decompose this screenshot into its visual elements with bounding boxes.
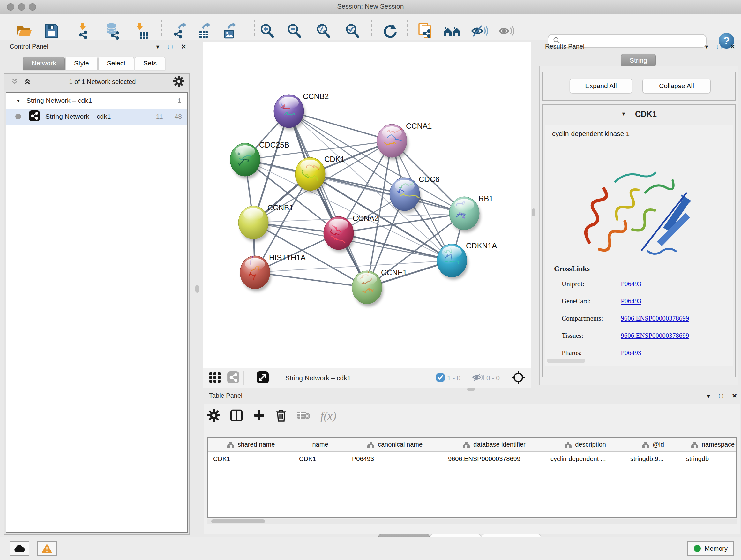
node-CCNB1[interactable]: CCNB1 [239,203,293,242]
table-row[interactable]: CDK1CDK1P064939606.ENSP00000378699cyclin… [208,452,736,466]
panel-close-icon[interactable]: ✕ [181,44,186,50]
show-all-button[interactable] [497,22,515,41]
export-network-button[interactable] [172,22,189,41]
panel-menu-icon[interactable]: ▾ [156,44,159,50]
title-bar: Session: New Session [0,0,741,14]
network-row[interactable]: String Network – cdk1 11 48 [6,109,187,125]
export-network-icon [172,22,189,41]
entry-expander-icon[interactable]: ▼ [621,111,626,117]
crosslink-value-link[interactable]: 9606.ENSP00000378699 [621,314,689,322]
refresh-icon [382,23,399,41]
tab-string[interactable]: String [621,54,656,67]
zoom-out-button[interactable] [285,22,303,41]
zoom-fit-button[interactable] [314,22,332,41]
left-splitter-handle[interactable] [195,285,199,293]
panel-menu-icon[interactable]: ▾ [707,393,710,399]
network-options-gear-icon[interactable] [173,76,184,88]
export-image-button[interactable] [221,22,239,41]
column-header-sharedname[interactable]: shared name [208,438,294,451]
export-image-icon [221,22,239,41]
gear-button[interactable] [207,409,220,423]
node-CDKN1A[interactable]: CDKN1A [437,241,497,280]
network-canvas[interactable]: CCNB2 CCNA1 CDC25B CDK1 CDC6 [203,42,531,368]
split-columns-button[interactable] [230,409,243,423]
detach-view-icon[interactable] [256,371,269,385]
first-neighbors-button[interactable] [443,22,461,41]
right-splitter-handle[interactable] [532,208,536,216]
node-label-HIST1H1A: HIST1H1A [269,253,306,262]
hide-selected-button[interactable] [471,22,488,41]
node-CDC25B[interactable]: CDC25B [230,140,289,179]
network-collection-row[interactable]: ▼ String Network – cdk1 1 [6,92,187,109]
export-table-button[interactable] [195,22,213,41]
edge-HIST1H1A-CCNE1[interactable] [255,272,367,287]
cloud-button[interactable] [10,542,29,556]
crosslink-value-link[interactable]: P06493 [621,297,641,305]
toolbar-separator [161,17,162,37]
fit-center-icon[interactable] [511,370,526,386]
add-column-button[interactable] [253,409,266,423]
save-session-button[interactable] [42,22,60,41]
node-label-RB1: RB1 [478,194,493,203]
import-network-database-button[interactable] [105,22,122,41]
tab-sets[interactable]: Sets [135,57,165,70]
selected-checkbox-icon[interactable] [435,373,445,383]
crosslink-value-link[interactable]: 9606.ENSP00000378699 [621,332,689,339]
column-header-canonicalname[interactable]: canonical name [347,438,443,451]
grid-view-icon[interactable] [208,371,222,385]
zoom-in-button[interactable] [258,22,276,41]
tab-select[interactable]: Select [98,57,134,70]
crosslink-value-link[interactable]: P06493 [621,280,641,288]
panel-float-icon[interactable]: ▢ [718,393,724,399]
table-panel-title: Table Panel [209,392,243,399]
node-CCNA1[interactable]: CCNA1 [377,122,432,160]
control-panel-title: Control Panel [10,43,48,50]
column-label: @id [653,441,664,448]
panel-float-icon[interactable]: ▢ [717,44,722,50]
crosslink-value-link[interactable]: P06493 [621,349,641,357]
table-hscrollbar-thumb[interactable] [211,519,265,523]
results-scrollbar-thumb[interactable] [547,359,585,363]
warning-button[interactable] [37,542,57,556]
open-session-button[interactable] [15,22,33,41]
function-builder-button[interactable]: f(x) [320,409,336,423]
collection-expander-icon[interactable]: ▼ [16,98,21,104]
birds-eye-view-icon[interactable] [227,371,240,385]
node-CCNE1[interactable]: CCNE1 [352,268,407,307]
node-HIST1H1A[interactable]: HIST1H1A [240,253,306,292]
import-network-file-button[interactable] [75,22,93,41]
control-panel: Control Panel ▾ ▢ ✕ NetworkStyleSelectSe… [4,42,190,535]
node-CDK1[interactable]: CDK1 [295,155,345,193]
zoom-selected-button[interactable] [343,22,361,41]
tab-style[interactable]: Style [65,57,98,70]
expand-all-networks-icon[interactable] [23,77,31,87]
column-header-description[interactable]: description [545,438,625,451]
node-CCNA2[interactable]: CCNA2 [324,214,379,252]
delete-table-button[interactable] [297,410,311,422]
memory-button[interactable]: Memory [687,542,734,556]
tab-network[interactable]: Network [23,57,65,70]
column-header-namespace[interactable]: namespace [681,438,737,451]
network-selection-status: 1 of 1 Network selected [31,78,173,85]
column-header-id[interactable]: @id [625,438,681,451]
table-cell: CDK1 [294,455,347,462]
node-CCNB2[interactable]: CCNB2 [274,92,329,130]
split-columns-icon [230,418,243,423]
import-table-file-button[interactable] [132,22,150,41]
column-header-databaseidentifier[interactable]: database identifier [443,438,545,451]
refresh-button[interactable] [381,22,399,41]
panel-float-icon[interactable]: ▢ [167,44,173,50]
collapse-all-networks-icon[interactable] [10,77,19,87]
collapse-all-button[interactable]: Collapse All [643,78,711,93]
panel-menu-icon[interactable]: ▾ [705,44,708,50]
node-RB1[interactable]: RB1 [449,194,493,233]
panel-close-icon[interactable]: ✕ [732,393,737,399]
delete-button[interactable] [275,408,287,424]
panel-close-icon[interactable]: ✕ [730,44,735,50]
column-header-name[interactable]: name [294,438,347,451]
expand-all-button[interactable]: Expand All [569,78,632,93]
toolbar-separator [371,17,372,37]
network-from-selection-button[interactable] [416,22,434,41]
table-hscrollbar[interactable] [207,519,737,524]
hidden-eye-icon[interactable] [472,372,484,384]
